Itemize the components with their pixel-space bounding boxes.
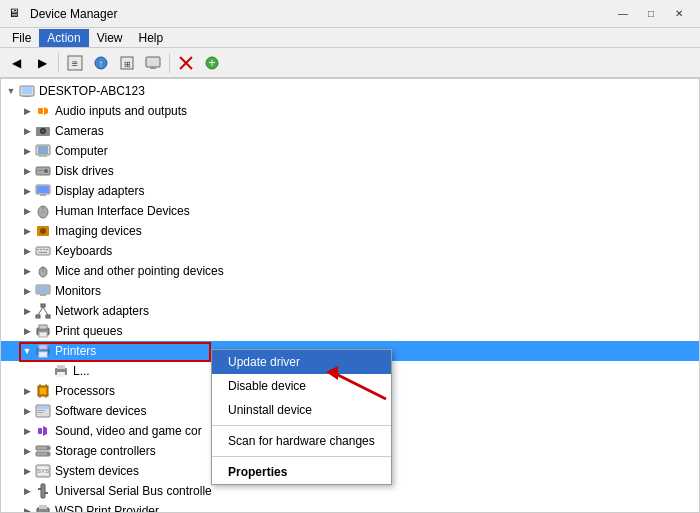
context-menu-disable[interactable]: Disable device bbox=[212, 374, 391, 398]
minimize-button[interactable]: — bbox=[610, 4, 636, 24]
tree-root[interactable]: ▼ DESKTOP-ABC123 bbox=[1, 81, 699, 101]
context-menu-update[interactable]: Update driver bbox=[212, 350, 391, 374]
scan-icon: ⊞ bbox=[119, 55, 135, 71]
tree-item-computer[interactable]: ▶ Computer bbox=[1, 141, 699, 161]
wsd-label: WSD Print Provider bbox=[55, 504, 159, 512]
svg-rect-15 bbox=[38, 108, 43, 114]
svg-rect-54 bbox=[39, 345, 47, 349]
audio-icon bbox=[35, 103, 51, 119]
add-icon: + bbox=[204, 55, 220, 71]
toolbar-delete[interactable] bbox=[174, 51, 198, 75]
display-icon bbox=[35, 183, 51, 199]
tree-item-keyboards[interactable]: ▶ Keyboards bbox=[1, 241, 699, 261]
properties-icon: ≡ bbox=[67, 55, 83, 71]
expand-computer-icon: ▶ bbox=[19, 143, 35, 159]
expand-imaging-icon: ▶ bbox=[19, 223, 35, 239]
tree-item-imaging[interactable]: ▶ Imaging devices bbox=[1, 221, 699, 241]
toolbar-properties[interactable]: ≡ bbox=[63, 51, 87, 75]
expand-wsd-icon: ▶ bbox=[19, 503, 35, 512]
display-label: Display adapters bbox=[55, 184, 144, 198]
context-menu-scan[interactable]: Scan for hardware changes bbox=[212, 429, 391, 453]
svg-line-48 bbox=[38, 307, 43, 315]
monitor-icon bbox=[145, 55, 161, 71]
svg-rect-67 bbox=[37, 410, 45, 411]
tree-item-audio[interactable]: ▶ Audio inputs and outputs bbox=[1, 101, 699, 121]
svg-point-72 bbox=[47, 447, 49, 449]
svg-rect-47 bbox=[46, 315, 50, 318]
usb-icon bbox=[35, 483, 51, 499]
toolbar-add[interactable]: + bbox=[200, 51, 224, 75]
context-menu-uninstall[interactable]: Uninstall device bbox=[212, 398, 391, 422]
expand-disk-icon: ▶ bbox=[19, 163, 35, 179]
hid-label: Human Interface Devices bbox=[55, 204, 190, 218]
svg-rect-7 bbox=[150, 67, 156, 69]
expand-cameras-icon: ▶ bbox=[19, 123, 35, 139]
context-menu-sep1 bbox=[212, 425, 391, 426]
svg-rect-81 bbox=[39, 505, 47, 509]
toolbar: ◀ ▶ ≡ ↑ ⊞ + bbox=[0, 48, 700, 78]
printers-label: Printers bbox=[55, 344, 96, 358]
context-menu-sep2 bbox=[212, 456, 391, 457]
menu-action[interactable]: Action bbox=[39, 29, 88, 47]
svg-rect-55 bbox=[39, 352, 47, 357]
maximize-button[interactable]: □ bbox=[638, 4, 664, 24]
svg-rect-60 bbox=[40, 388, 46, 394]
main-panel: ▼ DESKTOP-ABC123 ▶ Audio inputs and outp… bbox=[0, 78, 700, 513]
toolbar-back[interactable]: ◀ bbox=[4, 51, 28, 75]
sound-label: Sound, video and game cor bbox=[55, 424, 202, 438]
svg-point-23 bbox=[44, 169, 48, 173]
menu-help[interactable]: Help bbox=[131, 29, 172, 47]
tree-item-wsd[interactable]: ▶ WSD Print Provider bbox=[1, 501, 699, 512]
tree-item-display[interactable]: ▶ Display adapters bbox=[1, 181, 699, 201]
toolbar-scan[interactable]: ⊞ bbox=[115, 51, 139, 75]
svg-rect-36 bbox=[43, 249, 45, 250]
svg-rect-78 bbox=[38, 488, 41, 490]
close-button[interactable]: ✕ bbox=[666, 4, 692, 24]
svg-rect-14 bbox=[22, 87, 32, 94]
tree-item-hid[interactable]: ▶ Human Interface Devices bbox=[1, 201, 699, 221]
tree-item-network[interactable]: ▶ Network adapters bbox=[1, 301, 699, 321]
tree-item-mice[interactable]: ▶ Mice and other pointing devices bbox=[1, 261, 699, 281]
printer-sub-label: L... bbox=[73, 364, 90, 378]
svg-rect-52 bbox=[39, 332, 47, 337]
svg-rect-24 bbox=[37, 170, 43, 171]
toolbar-update[interactable]: ↑ bbox=[89, 51, 113, 75]
app-icon: 🖥 bbox=[8, 6, 24, 22]
title-text: Device Manager bbox=[30, 7, 117, 21]
menu-file[interactable]: File bbox=[4, 29, 39, 47]
storage-icon bbox=[35, 443, 51, 459]
imaging-icon bbox=[35, 223, 51, 239]
expand-sound-icon: ▶ bbox=[19, 423, 35, 439]
system-label: System devices bbox=[55, 464, 139, 478]
svg-rect-43 bbox=[37, 286, 49, 293]
software-icon bbox=[35, 403, 51, 419]
network-label: Network adapters bbox=[55, 304, 149, 318]
printers-icon bbox=[35, 343, 51, 359]
tree-item-disk[interactable]: ▶ Disk drives bbox=[1, 161, 699, 181]
tree-item-monitors[interactable]: ▶ Monitors bbox=[1, 281, 699, 301]
properties-label: Properties bbox=[228, 465, 287, 479]
wsd-icon bbox=[35, 503, 51, 512]
expand-display-icon: ▶ bbox=[19, 183, 35, 199]
expand-usb-icon: ▶ bbox=[19, 483, 35, 499]
cameras-icon bbox=[35, 123, 51, 139]
menu-view[interactable]: View bbox=[89, 29, 131, 47]
tree-item-printq[interactable]: ▶ Print queues bbox=[1, 321, 699, 341]
toolbar-forward[interactable]: ▶ bbox=[30, 51, 54, 75]
svg-rect-45 bbox=[41, 304, 45, 307]
svg-rect-27 bbox=[40, 194, 46, 196]
tree-item-cameras[interactable]: ▶ Cameras bbox=[1, 121, 699, 141]
expand-printers-icon: ▼ bbox=[19, 343, 35, 359]
processors-label: Processors bbox=[55, 384, 115, 398]
svg-rect-77 bbox=[41, 484, 45, 498]
context-menu-properties[interactable]: Properties bbox=[212, 460, 391, 484]
expand-software-icon: ▶ bbox=[19, 403, 35, 419]
toolbar-monitor[interactable] bbox=[141, 51, 165, 75]
keyboards-label: Keyboards bbox=[55, 244, 112, 258]
title-bar-left: 🖥 Device Manager bbox=[8, 6, 117, 22]
svg-rect-21 bbox=[39, 155, 47, 157]
svg-text:↑: ↑ bbox=[99, 58, 104, 69]
expand-printq-icon: ▶ bbox=[19, 323, 35, 339]
scan-hardware-label: Scan for hardware changes bbox=[228, 434, 375, 448]
network-icon bbox=[35, 303, 51, 319]
